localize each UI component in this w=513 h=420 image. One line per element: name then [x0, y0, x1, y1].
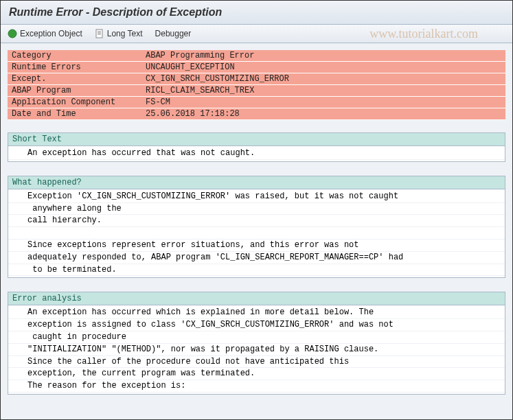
info-row: Runtime ErrorsUNCAUGHT_EXCEPTION — [8, 62, 505, 73]
info-row: Date and Time25.06.2018 17:18:28 — [8, 108, 505, 120]
content-area: CategoryABAP Programming ErrorRuntime Er… — [1, 43, 512, 415]
info-value: RICL_CLAIM_SEARCH_TREX — [141, 85, 505, 97]
info-label: Except. — [8, 73, 141, 85]
info-label: Application Component — [8, 97, 141, 108]
what-happened-body: Exception 'CX_IGN_SRCH_CUSTOMIZING_ERROR… — [8, 189, 505, 278]
text-line: An exception has occurred which is expla… — [8, 307, 505, 319]
text-line: caught in procedure — [8, 331, 505, 344]
info-label: ABAP Program — [8, 85, 141, 97]
info-label: Category — [8, 50, 141, 62]
error-analysis-section: Error analysis An exception has occurred… — [8, 292, 505, 395]
svg-point-0 — [8, 30, 16, 38]
text-line: Since exceptions represent error situati… — [8, 240, 505, 252]
document-icon — [95, 29, 104, 38]
text-line: exception, the current program was termi… — [8, 368, 505, 380]
info-value: UNCAUGHT_EXCEPTION — [141, 62, 505, 73]
text-line: to be terminated. — [8, 264, 505, 277]
exception-object-button[interactable]: Exception Object — [8, 29, 82, 38]
info-row: Application ComponentFS-CM — [8, 97, 505, 108]
info-row: Except.CX_IGN_SRCH_CUSTOMIZING_ERROR — [8, 73, 505, 85]
text-line: exception is assigned to class 'CX_IGN_S… — [8, 319, 505, 331]
short-text-header: Short Text — [8, 133, 505, 146]
info-value: FS-CM — [141, 97, 505, 108]
info-row: CategoryABAP Programming Error — [8, 50, 505, 62]
svg-rect-1 — [96, 30, 102, 38]
info-value: ABAP Programming Error — [141, 50, 505, 62]
info-value: 25.06.2018 17:18:28 — [141, 108, 505, 120]
info-row: ABAP ProgramRICL_CLAIM_SEARCH_TREX — [8, 85, 505, 97]
title-bar: Runtime Error - Description of Exception — [1, 1, 512, 25]
text-line: Since the caller of the procedure could … — [8, 356, 505, 369]
short-text-body: An exception has occurred that was not c… — [8, 146, 505, 161]
text-line: "INITIALIZATION" "(METHOD)", nor was it … — [8, 344, 505, 356]
long-text-label: Long Text — [107, 29, 143, 38]
what-happened-header: What happened? — [8, 176, 505, 189]
text-line — [8, 227, 505, 240]
info-table: CategoryABAP Programming ErrorRuntime Er… — [8, 50, 505, 120]
info-value: CX_IGN_SRCH_CUSTOMIZING_ERROR — [141, 73, 505, 85]
text-line: anywhere along the — [8, 203, 505, 215]
what-happened-section: What happened? Exception 'CX_IGN_SRCH_CU… — [8, 176, 505, 279]
text-line: The reason for the exception is: — [8, 380, 505, 393]
debugger-label: Debugger — [155, 29, 192, 38]
text-line: adequately responded to, ABAP program 'C… — [8, 252, 505, 264]
toolbar: Exception Object Long Text Debugger — [1, 25, 512, 43]
short-text-section: Short Text An exception has occurred tha… — [8, 132, 505, 162]
long-text-button[interactable]: Long Text — [95, 29, 143, 38]
error-analysis-header: Error analysis — [8, 292, 505, 305]
text-line: Exception 'CX_IGN_SRCH_CUSTOMIZING_ERROR… — [8, 191, 505, 203]
debugger-button[interactable]: Debugger — [155, 29, 192, 38]
info-label: Runtime Errors — [8, 62, 141, 73]
text-line: An exception has occurred that was not c… — [8, 148, 505, 160]
exception-object-label: Exception Object — [20, 29, 82, 38]
green-circle-icon — [8, 29, 17, 38]
error-analysis-body: An exception has occurred which is expla… — [8, 305, 505, 394]
text-line: call hierarchy. — [8, 215, 505, 227]
page-title: Runtime Error - Description of Exception — [9, 6, 504, 19]
info-label: Date and Time — [8, 108, 141, 120]
